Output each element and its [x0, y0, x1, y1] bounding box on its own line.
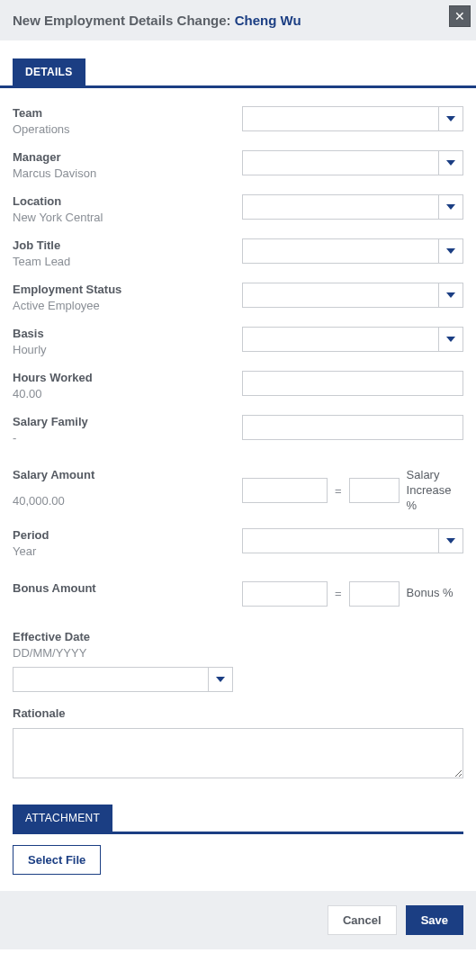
- field-row-hours: Hours Worked 40.00: [13, 364, 463, 408]
- combo-period[interactable]: [242, 528, 463, 553]
- dropdown-period[interactable]: [438, 528, 463, 553]
- close-icon: ✕: [454, 9, 465, 23]
- current-job-title: Team Lead: [13, 255, 233, 268]
- combo-emp-status[interactable]: [242, 283, 463, 308]
- label-rationale: Rationale: [13, 706, 463, 720]
- input-team[interactable]: [242, 106, 438, 131]
- dropdown-manager[interactable]: [438, 150, 463, 175]
- modal-title: New Employment Details Change: Cheng Wu: [13, 13, 301, 28]
- select-file-button[interactable]: Select File: [13, 845, 101, 875]
- combo-job-title[interactable]: [242, 238, 463, 264]
- field-row-location: Location New York Central: [13, 187, 463, 231]
- label-basis: Basis: [13, 327, 233, 340]
- label-bonus-pct: Bonus %: [407, 586, 454, 601]
- equals-label: =: [335, 484, 342, 498]
- employee-name: Cheng Wu: [235, 13, 301, 28]
- tab-underline: [0, 85, 476, 88]
- label-effective-date: Effective Date: [13, 630, 463, 643]
- input-job-title[interactable]: [242, 238, 438, 264]
- label-team: Team: [13, 106, 233, 120]
- save-button[interactable]: Save: [406, 905, 463, 935]
- label-emp-status: Employment Status: [13, 283, 233, 296]
- chevron-down-icon: [446, 248, 455, 254]
- chevron-down-icon: [446, 538, 455, 544]
- field-row-basis: Basis Hourly: [13, 319, 463, 364]
- dropdown-location[interactable]: [438, 194, 463, 220]
- input-effective-date[interactable]: [13, 667, 208, 692]
- input-salary-amount[interactable]: [242, 478, 328, 503]
- modal-footer: Cancel Save: [0, 891, 476, 949]
- combo-effective-date[interactable]: [13, 667, 233, 692]
- field-row-bonus-amount: Bonus Amount = Bonus %: [13, 574, 463, 614]
- current-location: New York Central: [13, 211, 233, 224]
- chevron-down-icon: [446, 204, 455, 210]
- chevron-down-icon: [446, 292, 455, 298]
- field-row-salary-amount: Salary Amount 40,000.00 = Salary Increas…: [13, 461, 463, 521]
- combo-manager[interactable]: [242, 150, 463, 175]
- combo-team[interactable]: [242, 106, 463, 131]
- field-row-team: Team Operations: [13, 99, 463, 143]
- close-button[interactable]: ✕: [449, 5, 471, 27]
- input-bonus-amount[interactable]: [242, 581, 328, 607]
- current-hours: 40.00: [13, 387, 233, 400]
- tab-details[interactable]: DETAILS: [13, 58, 85, 85]
- current-period: Year: [13, 544, 233, 558]
- input-emp-status[interactable]: [242, 283, 438, 308]
- input-salary-family[interactable]: [242, 415, 463, 440]
- input-bonus-pct[interactable]: [349, 581, 400, 607]
- form-area: Team Operations Manager Marcus Davison: [0, 95, 476, 792]
- current-team: Operations: [13, 122, 233, 136]
- input-hours[interactable]: [242, 371, 463, 396]
- input-salary-increase[interactable]: [349, 478, 400, 503]
- chevron-down-icon: [446, 337, 455, 342]
- label-salary-amount: Salary Amount: [13, 468, 233, 481]
- label-hours: Hours Worked: [13, 371, 233, 384]
- title-prefix: New Employment Details Change:: [13, 13, 235, 28]
- field-row-period: Period Year: [13, 521, 463, 565]
- label-period: Period: [13, 528, 233, 542]
- textarea-rationale[interactable]: [13, 728, 463, 778]
- current-basis: Hourly: [13, 343, 233, 356]
- label-salary-increase: Salary Increase: [407, 468, 463, 499]
- field-row-emp-status: Employment Status Active Employee: [13, 275, 463, 319]
- label-salary-increase-pct: %: [407, 499, 463, 514]
- field-row-job-title: Job Title Team Lead: [13, 231, 463, 275]
- label-bonus-amount: Bonus Amount: [13, 581, 233, 595]
- attachment-body: Select File: [0, 834, 476, 891]
- dropdown-team[interactable]: [438, 106, 463, 131]
- field-block-rationale: Rationale: [13, 699, 463, 790]
- tab-attachment[interactable]: ATTACHMENT: [13, 805, 112, 832]
- input-period[interactable]: [242, 528, 438, 553]
- chevron-down-icon: [446, 160, 455, 166]
- current-salary-family: -: [13, 431, 233, 445]
- field-row-salary-family: Salary Family -: [13, 408, 463, 452]
- combo-basis[interactable]: [242, 327, 463, 352]
- equals-label-bonus: =: [335, 587, 342, 600]
- combo-location[interactable]: [242, 194, 463, 220]
- dropdown-basis[interactable]: [438, 327, 463, 352]
- modal-header: New Employment Details Change: Cheng Wu …: [0, 0, 476, 40]
- label-location: Location: [13, 194, 233, 208]
- label-manager: Manager: [13, 150, 233, 164]
- dropdown-emp-status[interactable]: [438, 283, 463, 308]
- placeholder-effective-date: DD/MM/YYYY: [13, 646, 463, 660]
- label-job-title: Job Title: [13, 238, 233, 252]
- dropdown-effective-date[interactable]: [208, 667, 233, 692]
- input-manager[interactable]: [242, 150, 438, 175]
- tabs-bar: DETAILS: [0, 40, 476, 85]
- field-row-manager: Manager Marcus Davison: [13, 143, 463, 187]
- input-basis[interactable]: [242, 327, 438, 352]
- input-location[interactable]: [242, 194, 438, 220]
- current-manager: Marcus Davison: [13, 166, 233, 180]
- chevron-down-icon: [446, 116, 455, 121]
- label-salary-family: Salary Family: [13, 415, 233, 428]
- current-emp-status: Active Employee: [13, 299, 233, 312]
- attachment-header: ATTACHMENT: [13, 805, 463, 832]
- field-block-effective-date: Effective Date DD/MM/YYYY: [13, 623, 463, 699]
- dropdown-job-title[interactable]: [438, 238, 463, 264]
- current-salary-amount: 40,000.00: [13, 494, 233, 508]
- chevron-down-icon: [216, 677, 225, 682]
- cancel-button[interactable]: Cancel: [328, 905, 397, 935]
